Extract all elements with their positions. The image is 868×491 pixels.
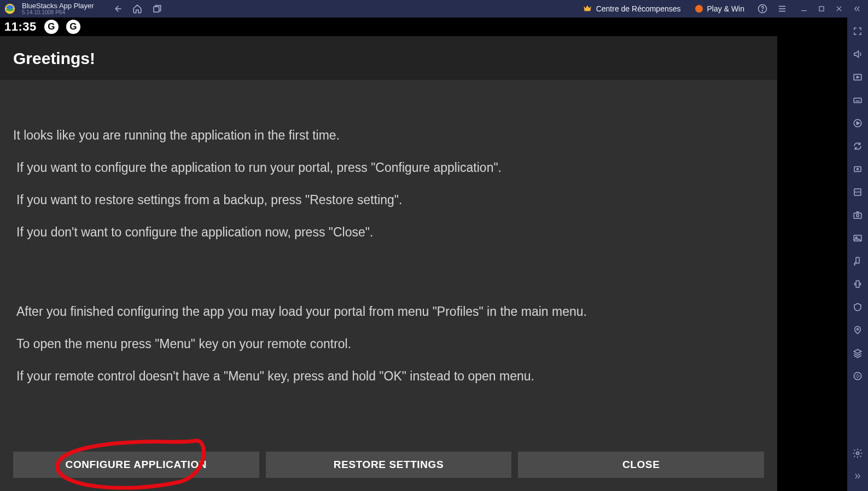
svg-rect-13: [854, 213, 861, 218]
location-icon[interactable]: [852, 324, 864, 336]
svg-point-21: [857, 452, 859, 455]
google-notification-icon[interactable]: G: [66, 20, 80, 34]
intro-line: If you want to restore settings from a b…: [16, 192, 764, 208]
bluestacks-logo-icon: [3, 2, 16, 15]
expand-sidebar-icon[interactable]: [852, 470, 864, 482]
svg-point-4: [762, 10, 762, 11]
eco-mode-icon[interactable]: [852, 301, 864, 313]
svg-point-1: [7, 5, 14, 9]
close-window-button[interactable]: [835, 5, 843, 13]
restore-settings-button[interactable]: RESTORE SETTINGS: [266, 452, 512, 478]
intro-line: After you finished configuring the app y…: [16, 304, 764, 320]
fullscreen-icon[interactable]: [852, 25, 864, 37]
screenshot-icon[interactable]: [852, 209, 864, 221]
page-title: Greetings!: [13, 49, 764, 68]
svg-text:APK: APK: [854, 190, 861, 194]
crown-icon: [583, 4, 592, 14]
play-and-win-button[interactable]: Play & Win: [690, 4, 750, 13]
record-icon[interactable]: [852, 117, 864, 129]
svg-rect-17: [856, 257, 859, 263]
shake-icon[interactable]: [852, 278, 864, 290]
app-version: 5.14.10.1008 P64: [22, 10, 94, 16]
minimize-button[interactable]: [800, 5, 808, 13]
settings-gear-icon[interactable]: [852, 447, 864, 459]
svg-point-14: [857, 215, 859, 217]
media-folder-icon[interactable]: [852, 232, 864, 244]
window-title-block: BlueStacks App Player 5.14.10.1008 P64: [22, 2, 94, 15]
home-icon[interactable]: [132, 4, 142, 14]
svg-point-10: [857, 169, 859, 170]
volume-icon[interactable]: [852, 48, 864, 60]
rewards-label: Centre de Récompenses: [596, 4, 681, 13]
svg-rect-9: [854, 167, 861, 172]
heading-bar: Greetings!: [0, 36, 777, 80]
apk-install-icon[interactable]: APK: [852, 186, 864, 198]
recents-icon[interactable]: [152, 4, 162, 14]
intro-line: To open the menu press "Menu" key on you…: [16, 336, 764, 352]
rewards-center-button[interactable]: Centre de Récompenses: [578, 4, 686, 14]
sync-icon[interactable]: [852, 140, 864, 152]
playwin-label: Play & Win: [707, 4, 744, 13]
close-button[interactable]: CLOSE: [518, 452, 764, 478]
svg-rect-2: [154, 7, 159, 12]
titlebar-right-icons: [758, 4, 787, 14]
emulator-viewport: 11:35 G G Greetings! It looks like you a…: [0, 18, 777, 491]
intro-line: If you don't want to configure the appli…: [16, 224, 764, 240]
svg-rect-5: [819, 7, 824, 11]
maximize-button[interactable]: [818, 5, 825, 13]
right-toolbar: APK: [847, 18, 868, 491]
nav-icon-group: [113, 4, 162, 14]
svg-rect-7: [854, 98, 861, 102]
layers-icon[interactable]: [852, 347, 864, 359]
svg-point-19: [857, 328, 859, 330]
intro-text-block: It looks like you are running the applic…: [13, 80, 764, 417]
gamepad-icon[interactable]: [852, 370, 864, 382]
app-content-panel: Greetings! It looks like you are running…: [0, 36, 777, 491]
back-icon[interactable]: [113, 4, 123, 14]
svg-point-20: [854, 372, 861, 380]
display-icon[interactable]: [852, 71, 864, 83]
rotate-icon[interactable]: [852, 255, 864, 267]
window-titlebar: BlueStacks App Player 5.14.10.1008 P64 C…: [0, 0, 868, 18]
intro-line: If your remote control doesn't have a "M…: [16, 368, 764, 384]
android-status-bar: 11:35 G G: [0, 18, 777, 36]
dialog-button-row: CONFIGURE APPLICATION RESTORE SETTINGS C…: [13, 452, 764, 478]
app-title: BlueStacks App Player: [22, 2, 94, 10]
macro-icon[interactable]: [852, 163, 864, 175]
svg-rect-18: [856, 281, 859, 287]
intro-line: If you want to configure the application…: [16, 160, 764, 176]
help-icon[interactable]: [758, 4, 767, 14]
configure-application-button[interactable]: CONFIGURE APPLICATION: [13, 452, 259, 478]
collapse-sidebar-icon[interactable]: [853, 5, 861, 13]
window-control-group: [800, 5, 861, 13]
google-notification-icon[interactable]: G: [44, 20, 59, 34]
hamburger-menu-icon[interactable]: [777, 4, 787, 14]
intro-line: It looks like you are running the applic…: [13, 128, 764, 143]
playwin-dot-icon: [695, 5, 703, 13]
status-clock: 11:35: [4, 20, 37, 34]
keyboard-icon[interactable]: [852, 94, 864, 106]
